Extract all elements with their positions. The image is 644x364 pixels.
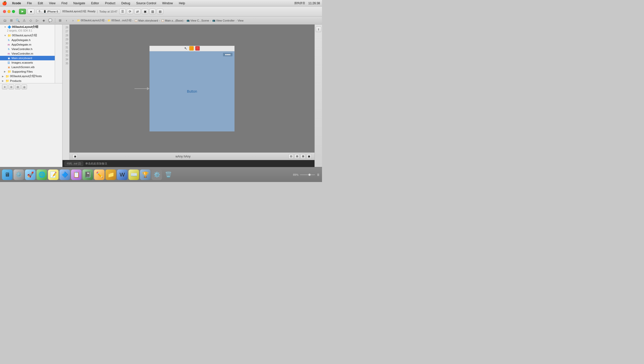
run-button[interactable]: ▶: [19, 9, 26, 14]
right-panel: ⇪: [314, 25, 322, 167]
assistant-editor[interactable]: ▥: [149, 9, 156, 14]
canvas-area[interactable]: ↖ 🔶 🔴 ■■■■ Button: [70, 25, 314, 160]
version-editor[interactable]: ▤: [157, 9, 163, 14]
breadcrumb-storyboard[interactable]: Main.storyboard: [138, 19, 158, 22]
vc-icon-group: 🔶 🔴: [189, 46, 200, 51]
canvas-ctrl-3[interactable]: ⊠: [300, 154, 306, 159]
search-icon[interactable]: 🔍: [15, 18, 20, 23]
test-icon[interactable]: ◇: [28, 18, 34, 23]
dock-dash[interactable]: 📋: [71, 169, 82, 180]
breakpoint-icon[interactable]: ◈: [41, 18, 46, 23]
dock-safari[interactable]: 🌐: [36, 169, 47, 180]
line-num-31: 31: [62, 46, 69, 50]
pause-icon: ⏸: [316, 173, 320, 177]
products-folder-icon: 📁: [6, 79, 9, 83]
dock-sketch[interactable]: ✏️: [94, 169, 104, 180]
sidebar-tests-group[interactable]: ▶ 📁 003autoLayout介绍Tests: [0, 74, 55, 79]
nav-back[interactable]: ‹: [64, 18, 69, 23]
debug-icon[interactable]: ▷: [34, 18, 40, 23]
menu-file[interactable]: File: [26, 1, 33, 6]
folder-icon[interactable]: 🗂: [2, 18, 8, 23]
canvas-ctrl-2[interactable]: ⊞: [294, 154, 300, 159]
report-icon[interactable]: 💬: [48, 18, 53, 23]
dock-trash[interactable]: 🗑️: [163, 169, 174, 180]
dock-filezilla[interactable]: 📁: [106, 169, 116, 180]
sidebar-images-xcassets[interactable]: 🖼 Images.xcassets: [0, 60, 55, 65]
sidebar-appdelegate-h[interactable]: h AppDelegate.h: [0, 38, 55, 42]
size-class-indicator[interactable]: wAny hAny: [176, 155, 190, 158]
sidebar-bottom: + ⊙ ⊡ ◎: [0, 83, 62, 90]
view-controller-scene[interactable]: ↖ 🔶 🔴 ■■■■ Button: [150, 46, 234, 131]
vc-red-icon[interactable]: 🔴: [195, 46, 200, 51]
standard-editor[interactable]: ▣: [142, 9, 148, 14]
dock-xcode[interactable]: 🔷: [60, 169, 70, 180]
breadcrumb-scene[interactable]: View C...Scene: [190, 19, 209, 22]
filter-button[interactable]: ⊙: [8, 84, 14, 89]
menu-help[interactable]: Help: [178, 1, 186, 6]
jump-bar-toggle[interactable]: ⇄: [134, 9, 141, 14]
code-output-tab[interactable]: 代码...out (2): [64, 161, 83, 166]
dock-word[interactable]: W: [117, 169, 128, 180]
layout-square-button[interactable]: ▣: [72, 154, 78, 159]
sidebar-main-storyboard[interactable]: ▣ Main.storyboard: [0, 56, 55, 60]
breadcrumb-base[interactable]: Main.s...(Base): [165, 19, 184, 22]
dock-notes[interactable]: 📝: [48, 169, 58, 180]
vc-yellow-icon[interactable]: 🔶: [189, 46, 194, 51]
class-hierarchy-icon[interactable]: ⊞: [8, 18, 14, 23]
view-controller-body[interactable]: ■■■■ Button: [150, 51, 234, 131]
sidebar-main-group[interactable]: ▼ 📁 003autoLayout介绍: [0, 33, 55, 38]
button-element[interactable]: Button: [187, 89, 197, 93]
dock-finder[interactable]: 🖥: [2, 169, 12, 180]
stop-button[interactable]: ■: [28, 9, 34, 14]
sidebar-viewcontroller-m[interactable]: m ViewController.m: [0, 51, 55, 56]
locate-button[interactable]: ◎: [22, 84, 27, 89]
apple-menu[interactable]: 🍎: [2, 1, 7, 6]
dock-settings2[interactable]: ⚙️: [152, 169, 162, 180]
menu-navigate[interactable]: Navigate: [72, 1, 86, 6]
breadcrumb-base-icon: 📋: [161, 19, 164, 22]
canvas-ctrl-1[interactable]: ⊟: [288, 154, 294, 159]
scheme-selector[interactable]: 0... 📱 iPhone 6: [36, 9, 60, 14]
breadcrumb-group[interactable]: 003aut...out介绍: [111, 19, 131, 22]
dock-system-prefs[interactable]: ⚙️: [14, 169, 24, 180]
breadcrumb-view-controller[interactable]: View Controller: [216, 19, 234, 22]
breadcrumb-sep-6: ›: [236, 19, 237, 22]
dock-launchpad[interactable]: 🚀: [25, 169, 36, 180]
close-button[interactable]: [3, 10, 6, 13]
breadcrumb-view[interactable]: View: [238, 19, 244, 22]
dock-sourcecodepro[interactable]: ⌨️: [128, 169, 139, 180]
menu-window[interactable]: Window: [161, 1, 174, 6]
sidebar-viewcontroller-h[interactable]: h ViewController.h: [0, 47, 55, 51]
maximize-button[interactable]: [12, 10, 15, 13]
sidebar-products-group[interactable]: ▶ 📁 Products: [0, 79, 55, 83]
menu-edit[interactable]: Edit: [37, 1, 44, 6]
sidebar-project-root[interactable]: ▼ 🔷 003autoLayout介绍: [0, 25, 55, 29]
breadcrumb-project[interactable]: 003autoLayout介绍: [81, 19, 104, 22]
minimize-button[interactable]: [8, 10, 10, 13]
menu-xcode[interactable]: Xcode: [11, 1, 22, 6]
menu-debug[interactable]: Debug: [120, 1, 131, 6]
m-file-icon: m: [7, 43, 10, 46]
breadcrumb-vc-icon: 📺: [212, 19, 216, 22]
inspector-toggle-1[interactable]: ⇪: [316, 27, 321, 32]
canvas-ctrl-4[interactable]: ▣: [306, 154, 312, 159]
nav-grid[interactable]: ⊞: [57, 18, 63, 23]
sidebar-appdelegate-m[interactable]: m AppDelegate.m: [0, 42, 55, 47]
sort-button[interactable]: ⊡: [15, 84, 20, 89]
nav-forward[interactable]: ›: [70, 18, 76, 23]
scheme-toggle[interactable]: ⟳: [127, 9, 133, 14]
warning-icon[interactable]: ⚠: [22, 18, 27, 23]
storyboard-canvas[interactable]: ↖ 🔶 🔴 ■■■■ Button: [70, 25, 314, 152]
sidebar-supporting-files[interactable]: ▶ 📁 Supporting Files: [0, 69, 55, 74]
menu-source-control[interactable]: Source Control: [135, 1, 157, 6]
navigator-toggle[interactable]: ☰: [119, 9, 126, 14]
sidebar-launchscreen-xib[interactable]: ▣ LaunchScreen.xib: [0, 65, 55, 69]
menu-find[interactable]: Find: [60, 1, 68, 6]
menu-editor[interactable]: Editor: [90, 1, 100, 6]
dock-evernote[interactable]: 📓: [82, 169, 93, 180]
menu-product[interactable]: Product: [104, 1, 116, 6]
menu-view[interactable]: View: [48, 1, 56, 6]
add-file-button[interactable]: +: [2, 84, 8, 89]
dock-xcode2[interactable]: 🏆: [140, 169, 150, 180]
zoom-slider[interactable]: [300, 174, 315, 175]
